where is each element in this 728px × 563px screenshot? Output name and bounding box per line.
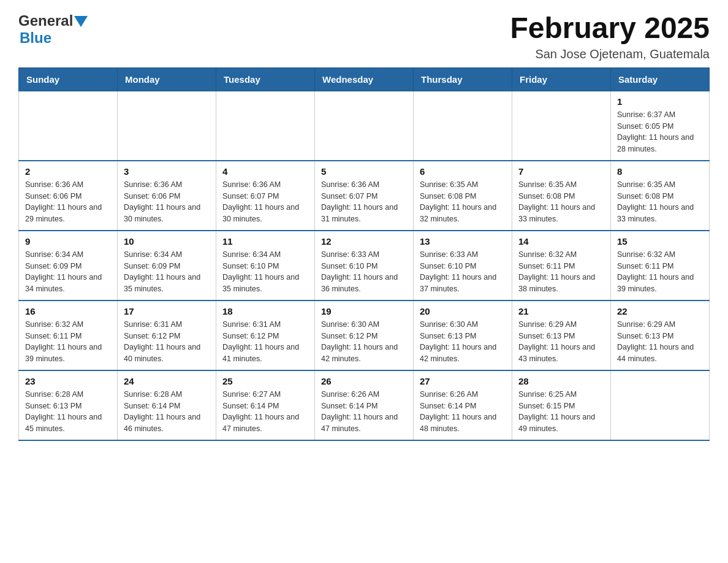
day-number: 9 (25, 236, 111, 247)
day-info: Sunrise: 6:36 AM Sunset: 6:06 PM Dayligh… (25, 179, 111, 225)
calendar-cell: 2Sunrise: 6:36 AM Sunset: 6:06 PM Daylig… (19, 161, 118, 231)
days-header-row: Sunday Monday Tuesday Wednesday Thursday… (19, 67, 710, 91)
day-number: 12 (321, 236, 407, 247)
day-number: 19 (321, 306, 407, 316)
header-friday: Friday (512, 67, 611, 91)
day-number: 1 (617, 96, 703, 107)
calendar-cell: 25Sunrise: 6:27 AM Sunset: 6:14 PM Dayli… (216, 370, 315, 440)
calendar-cell: 21Sunrise: 6:29 AM Sunset: 6:13 PM Dayli… (512, 301, 611, 370)
logo: General Blue (18, 12, 88, 47)
day-info: Sunrise: 6:32 AM Sunset: 6:11 PM Dayligh… (617, 249, 703, 295)
day-info: Sunrise: 6:35 AM Sunset: 6:08 PM Dayligh… (420, 179, 506, 225)
calendar-cell: 27Sunrise: 6:26 AM Sunset: 6:14 PM Dayli… (414, 370, 512, 440)
day-number: 2 (25, 166, 111, 177)
day-number: 28 (518, 376, 604, 386)
day-number: 4 (222, 166, 308, 177)
calendar-week-row: 9Sunrise: 6:34 AM Sunset: 6:09 PM Daylig… (19, 231, 710, 301)
calendar-cell (118, 91, 216, 161)
day-number: 24 (124, 376, 210, 386)
day-info: Sunrise: 6:36 AM Sunset: 6:06 PM Dayligh… (124, 179, 210, 225)
day-info: Sunrise: 6:29 AM Sunset: 6:13 PM Dayligh… (518, 319, 604, 365)
calendar-cell (216, 91, 315, 161)
svg-marker-0 (74, 16, 88, 27)
day-info: Sunrise: 6:36 AM Sunset: 6:07 PM Dayligh… (321, 179, 407, 225)
logo-general-text: General (18, 12, 73, 29)
logo-triangle-icon (74, 16, 88, 27)
day-number: 8 (617, 166, 703, 177)
calendar-cell: 26Sunrise: 6:26 AM Sunset: 6:14 PM Dayli… (315, 370, 414, 440)
header-thursday: Thursday (414, 67, 512, 91)
calendar-cell: 16Sunrise: 6:32 AM Sunset: 6:11 PM Dayli… (19, 301, 118, 370)
logo-blue-text: Blue (20, 29, 51, 46)
day-info: Sunrise: 6:28 AM Sunset: 6:13 PM Dayligh… (25, 389, 111, 435)
day-number: 18 (222, 306, 308, 316)
calendar-cell (19, 91, 118, 161)
page-header: General Blue February 2025 San Jose Ojet… (18, 12, 710, 61)
day-info: Sunrise: 6:33 AM Sunset: 6:10 PM Dayligh… (420, 249, 506, 295)
calendar-title: February 2025 (510, 12, 710, 45)
calendar-week-row: 16Sunrise: 6:32 AM Sunset: 6:11 PM Dayli… (19, 301, 710, 370)
day-info: Sunrise: 6:26 AM Sunset: 6:14 PM Dayligh… (321, 389, 407, 435)
day-number: 26 (321, 376, 407, 386)
day-info: Sunrise: 6:31 AM Sunset: 6:12 PM Dayligh… (222, 319, 308, 365)
day-info: Sunrise: 6:33 AM Sunset: 6:10 PM Dayligh… (321, 249, 407, 295)
calendar-cell (414, 91, 512, 161)
day-info: Sunrise: 6:27 AM Sunset: 6:14 PM Dayligh… (222, 389, 308, 435)
calendar-table: Sunday Monday Tuesday Wednesday Thursday… (18, 67, 710, 441)
day-info: Sunrise: 6:26 AM Sunset: 6:14 PM Dayligh… (420, 389, 506, 435)
day-info: Sunrise: 6:34 AM Sunset: 6:09 PM Dayligh… (124, 249, 210, 295)
calendar-week-row: 23Sunrise: 6:28 AM Sunset: 6:13 PM Dayli… (19, 370, 710, 440)
calendar-cell: 22Sunrise: 6:29 AM Sunset: 6:13 PM Dayli… (611, 301, 710, 370)
day-number: 14 (518, 236, 604, 247)
calendar-header: Sunday Monday Tuesday Wednesday Thursday… (19, 67, 710, 91)
calendar-cell: 17Sunrise: 6:31 AM Sunset: 6:12 PM Dayli… (118, 301, 216, 370)
calendar-cell: 1Sunrise: 6:37 AM Sunset: 6:05 PM Daylig… (611, 91, 710, 161)
day-info: Sunrise: 6:34 AM Sunset: 6:09 PM Dayligh… (25, 249, 111, 295)
day-number: 13 (420, 236, 506, 247)
calendar-cell: 12Sunrise: 6:33 AM Sunset: 6:10 PM Dayli… (315, 231, 414, 301)
calendar-week-row: 2Sunrise: 6:36 AM Sunset: 6:06 PM Daylig… (19, 161, 710, 231)
day-info: Sunrise: 6:25 AM Sunset: 6:15 PM Dayligh… (518, 389, 604, 435)
calendar-cell: 8Sunrise: 6:35 AM Sunset: 6:08 PM Daylig… (611, 161, 710, 231)
calendar-cell: 14Sunrise: 6:32 AM Sunset: 6:11 PM Dayli… (512, 231, 611, 301)
calendar-cell (512, 91, 611, 161)
day-info: Sunrise: 6:35 AM Sunset: 6:08 PM Dayligh… (617, 179, 703, 225)
calendar-cell: 28Sunrise: 6:25 AM Sunset: 6:15 PM Dayli… (512, 370, 611, 440)
day-number: 5 (321, 166, 407, 177)
calendar-cell: 23Sunrise: 6:28 AM Sunset: 6:13 PM Dayli… (19, 370, 118, 440)
calendar-cell: 13Sunrise: 6:33 AM Sunset: 6:10 PM Dayli… (414, 231, 512, 301)
calendar-cell: 18Sunrise: 6:31 AM Sunset: 6:12 PM Dayli… (216, 301, 315, 370)
calendar-cell (611, 370, 710, 440)
calendar-cell: 10Sunrise: 6:34 AM Sunset: 6:09 PM Dayli… (118, 231, 216, 301)
day-number: 10 (124, 236, 210, 247)
day-info: Sunrise: 6:36 AM Sunset: 6:07 PM Dayligh… (222, 179, 308, 225)
day-number: 20 (420, 306, 506, 316)
day-number: 15 (617, 236, 703, 247)
day-info: Sunrise: 6:35 AM Sunset: 6:08 PM Dayligh… (518, 179, 604, 225)
calendar-cell: 24Sunrise: 6:28 AM Sunset: 6:14 PM Dayli… (118, 370, 216, 440)
calendar-cell: 7Sunrise: 6:35 AM Sunset: 6:08 PM Daylig… (512, 161, 611, 231)
calendar-cell: 15Sunrise: 6:32 AM Sunset: 6:11 PM Dayli… (611, 231, 710, 301)
day-number: 25 (222, 376, 308, 386)
day-number: 6 (420, 166, 506, 177)
title-block: February 2025 San Jose Ojetenam, Guatema… (510, 12, 710, 61)
day-number: 21 (518, 306, 604, 316)
day-number: 27 (420, 376, 506, 386)
day-info: Sunrise: 6:30 AM Sunset: 6:12 PM Dayligh… (321, 319, 407, 365)
header-saturday: Saturday (611, 67, 710, 91)
day-info: Sunrise: 6:32 AM Sunset: 6:11 PM Dayligh… (25, 319, 111, 365)
day-info: Sunrise: 6:28 AM Sunset: 6:14 PM Dayligh… (124, 389, 210, 435)
header-monday: Monday (118, 67, 216, 91)
day-number: 23 (25, 376, 111, 386)
day-number: 22 (617, 306, 703, 316)
calendar-cell: 5Sunrise: 6:36 AM Sunset: 6:07 PM Daylig… (315, 161, 414, 231)
header-wednesday: Wednesday (315, 67, 414, 91)
day-number: 7 (518, 166, 604, 177)
calendar-cell (315, 91, 414, 161)
calendar-week-row: 1Sunrise: 6:37 AM Sunset: 6:05 PM Daylig… (19, 91, 710, 161)
day-info: Sunrise: 6:32 AM Sunset: 6:11 PM Dayligh… (518, 249, 604, 295)
day-info: Sunrise: 6:30 AM Sunset: 6:13 PM Dayligh… (420, 319, 506, 365)
day-number: 16 (25, 306, 111, 316)
calendar-cell: 11Sunrise: 6:34 AM Sunset: 6:10 PM Dayli… (216, 231, 315, 301)
day-info: Sunrise: 6:37 AM Sunset: 6:05 PM Dayligh… (617, 109, 703, 155)
